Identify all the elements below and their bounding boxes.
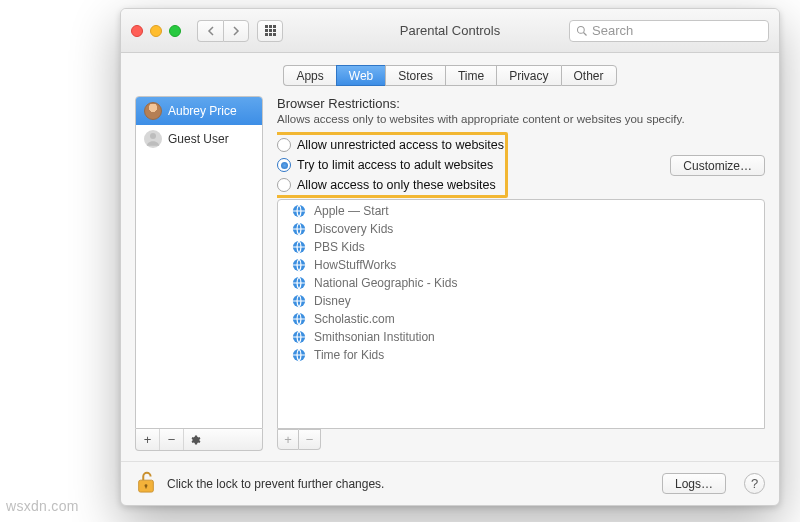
globe-icon	[292, 258, 306, 272]
remove-site-button[interactable]: −	[299, 429, 321, 450]
tab-other[interactable]: Other	[561, 65, 617, 86]
close-window-button[interactable]	[131, 25, 143, 37]
globe-icon	[292, 204, 306, 218]
radio-button[interactable]	[277, 158, 291, 172]
section-title: Browser Restrictions:	[277, 96, 765, 111]
guest-avatar-icon	[144, 130, 162, 148]
site-row[interactable]: Discovery Kids	[278, 220, 764, 238]
search-field[interactable]: Search	[569, 20, 769, 42]
tab-web[interactable]: Web	[336, 65, 385, 86]
restriction-option[interactable]: Allow access to only these websites	[277, 175, 504, 195]
tab-bar: AppsWebStoresTimePrivacyOther	[283, 65, 616, 86]
zoom-window-button[interactable]	[169, 25, 181, 37]
body: Aubrey PriceGuest User + − Browser Restr…	[135, 96, 765, 451]
radio-label: Try to limit access to adult websites	[297, 158, 493, 172]
svg-rect-14	[145, 486, 146, 489]
window-controls	[131, 25, 181, 37]
site-row[interactable]: Apple — Start	[278, 202, 764, 220]
search-placeholder: Search	[592, 23, 633, 38]
globe-icon	[292, 276, 306, 290]
globe-icon	[292, 294, 306, 308]
help-button[interactable]: ?	[744, 473, 765, 494]
user-name: Aubrey Price	[168, 104, 237, 118]
radio-label: Allow unrestricted access to websites	[297, 138, 504, 152]
add-user-button[interactable]: +	[136, 429, 160, 450]
chevron-right-icon	[232, 26, 240, 36]
svg-point-2	[150, 133, 156, 139]
customize-button[interactable]: Customize…	[670, 155, 765, 176]
section-description: Allows access only to websites with appr…	[277, 113, 707, 125]
logs-button[interactable]: Logs…	[662, 473, 726, 494]
nav-segmented	[197, 20, 249, 42]
site-row[interactable]: HowStuffWorks	[278, 256, 764, 274]
globe-icon	[292, 222, 306, 236]
site-name: Disney	[314, 294, 351, 308]
watermark: wsxdn.com	[6, 498, 79, 514]
remove-user-button[interactable]: −	[160, 429, 184, 450]
radio-label: Allow access to only these websites	[297, 178, 496, 192]
restriction-option[interactable]: Try to limit access to adult websites	[277, 155, 504, 175]
add-site-button[interactable]: +	[277, 429, 299, 450]
preferences-window: Parental Controls Search AppsWebStoresTi…	[120, 8, 780, 506]
lock-hint: Click the lock to prevent further change…	[167, 477, 384, 491]
show-all-button[interactable]	[257, 20, 283, 42]
footer: Click the lock to prevent further change…	[121, 461, 779, 505]
tab-apps[interactable]: Apps	[283, 65, 335, 86]
back-button[interactable]	[197, 20, 223, 42]
site-name: Discovery Kids	[314, 222, 393, 236]
minimize-window-button[interactable]	[150, 25, 162, 37]
lock-open-icon	[135, 469, 157, 495]
site-row[interactable]: PBS Kids	[278, 238, 764, 256]
sidebar-toolbar: + −	[135, 429, 263, 451]
user-row[interactable]: Guest User	[136, 125, 262, 153]
site-row[interactable]: Disney	[278, 292, 764, 310]
site-name: Apple — Start	[314, 204, 389, 218]
users-sidebar: Aubrey PriceGuest User + −	[135, 96, 263, 451]
restriction-row: Allow unrestricted access to websitesTry…	[277, 135, 765, 195]
main-panel: Browser Restrictions: Allows access only…	[277, 96, 765, 451]
lock-button[interactable]	[135, 469, 157, 498]
restriction-radio-group: Allow unrestricted access to websitesTry…	[277, 135, 504, 195]
site-name: Smithsonian Institution	[314, 330, 435, 344]
tab-stores[interactable]: Stores	[385, 65, 445, 86]
grid-icon	[265, 25, 276, 36]
site-name: Scholastic.com	[314, 312, 395, 326]
gear-icon	[189, 434, 201, 446]
globe-icon	[292, 240, 306, 254]
site-name: National Geographic - Kids	[314, 276, 457, 290]
user-list[interactable]: Aubrey PriceGuest User	[135, 96, 263, 429]
site-row[interactable]: Scholastic.com	[278, 310, 764, 328]
radio-button[interactable]	[277, 138, 291, 152]
titlebar: Parental Controls Search	[121, 9, 779, 53]
forward-button[interactable]	[223, 20, 249, 42]
site-name: Time for Kids	[314, 348, 384, 362]
globe-icon	[292, 348, 306, 362]
restriction-option[interactable]: Allow unrestricted access to websites	[277, 135, 504, 155]
search-icon	[576, 25, 588, 37]
site-row[interactable]: Smithsonian Institution	[278, 328, 764, 346]
tab-privacy[interactable]: Privacy	[496, 65, 560, 86]
radio-group-wrap: Allow unrestricted access to websitesTry…	[277, 135, 504, 195]
site-name: PBS Kids	[314, 240, 365, 254]
sites-toolbar: + −	[277, 429, 765, 451]
chevron-left-icon	[207, 26, 215, 36]
allowed-sites-list[interactable]: Apple — StartDiscovery KidsPBS KidsHowSt…	[277, 199, 765, 429]
svg-point-0	[578, 26, 585, 33]
content: AppsWebStoresTimePrivacyOther Aubrey Pri…	[121, 53, 779, 461]
site-row[interactable]: Time for Kids	[278, 346, 764, 364]
user-actions-button[interactable]	[184, 429, 262, 450]
user-name: Guest User	[168, 132, 229, 146]
svg-line-1	[584, 32, 587, 35]
site-row[interactable]: National Geographic - Kids	[278, 274, 764, 292]
tab-time[interactable]: Time	[445, 65, 496, 86]
user-row[interactable]: Aubrey Price	[136, 97, 262, 125]
globe-icon	[292, 330, 306, 344]
radio-button[interactable]	[277, 178, 291, 192]
site-name: HowStuffWorks	[314, 258, 396, 272]
globe-icon	[292, 312, 306, 326]
avatar-icon	[144, 102, 162, 120]
